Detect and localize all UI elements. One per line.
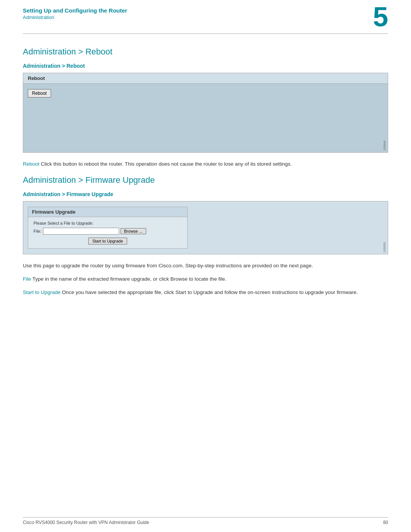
firmware-inner-body: Please Select a File to Upgrade: File: B… [28, 217, 187, 248]
firmware-screenshot: Firmware Upgrade Please Select a File to… [23, 201, 388, 254]
chapter-title: Setting Up and Configuring the Router [23, 7, 127, 14]
reboot-title-label: Reboot [28, 75, 45, 81]
firmware-intro-text: Use this page to upgrade the router by u… [23, 262, 388, 270]
main-content: Administration > Reboot Administration >… [0, 34, 411, 317]
reboot-desc-text: Click this button to reboot the router. … [40, 161, 292, 167]
reboot-button[interactable]: Reboot [28, 89, 51, 97]
start-upgrade-button[interactable]: Start to Upgrade [88, 238, 127, 244]
select-file-label: Please Select a File to Upgrade: [33, 221, 182, 225]
header-titles: Setting Up and Configuring the Router Ad… [23, 7, 127, 21]
chapter-number: 5 [373, 3, 388, 30]
firmware-watermark: 235535 [383, 242, 386, 252]
section1-heading: Administration > Reboot [23, 47, 388, 57]
section2-heading: Administration > Firmware Upgrade [23, 175, 388, 185]
file-label: File: [33, 229, 41, 233]
reboot-watermark: 235640 [383, 141, 386, 151]
reboot-screenshot-body: Reboot [23, 84, 388, 152]
footer-left-text: Cisco RVS4000 Security Router with VPN A… [23, 520, 149, 525]
firmware-inner-box: Firmware Upgrade Please Select a File to… [28, 207, 188, 249]
reboot-description: Reboot Click this button to reboot the r… [23, 160, 388, 168]
file-row: File: Browse ... [33, 228, 182, 235]
firmware-screenshot-body: Firmware Upgrade Please Select a File to… [23, 201, 388, 254]
page-header: Setting Up and Configuring the Router Ad… [0, 0, 411, 30]
footer-page-number: 80 [383, 520, 388, 525]
upgrade-term: Start to Upgrade [23, 289, 61, 295]
section1-subsection-heading: Administration > Reboot [23, 63, 388, 69]
browse-button[interactable]: Browse ... [121, 228, 146, 234]
file-input[interactable] [43, 228, 119, 235]
firmware-title-label: Firmware Upgrade [32, 209, 75, 215]
reboot-screenshot: Reboot Reboot 235640 [23, 73, 388, 153]
upgrade-description-para: Start to Upgrade Once you have selected … [23, 289, 388, 297]
file-term: File [23, 276, 31, 282]
reboot-term: Reboot [23, 161, 40, 167]
header-section-label: Administration [23, 14, 127, 21]
section2-subsection-heading: Administration > Firmware Upgrade [23, 191, 388, 197]
page-footer: Cisco RVS4000 Security Router with VPN A… [23, 517, 388, 525]
upgrade-desc-text: Once you have selected the appropriate f… [61, 289, 358, 295]
file-desc-text: Type in the name of the extracted firmwa… [31, 276, 226, 282]
file-description-para: File Type in the name of the extracted f… [23, 275, 388, 283]
firmware-inner-header: Firmware Upgrade [28, 207, 187, 217]
upgrade-btn-row: Start to Upgrade [33, 238, 182, 244]
reboot-screenshot-header: Reboot [23, 73, 388, 84]
